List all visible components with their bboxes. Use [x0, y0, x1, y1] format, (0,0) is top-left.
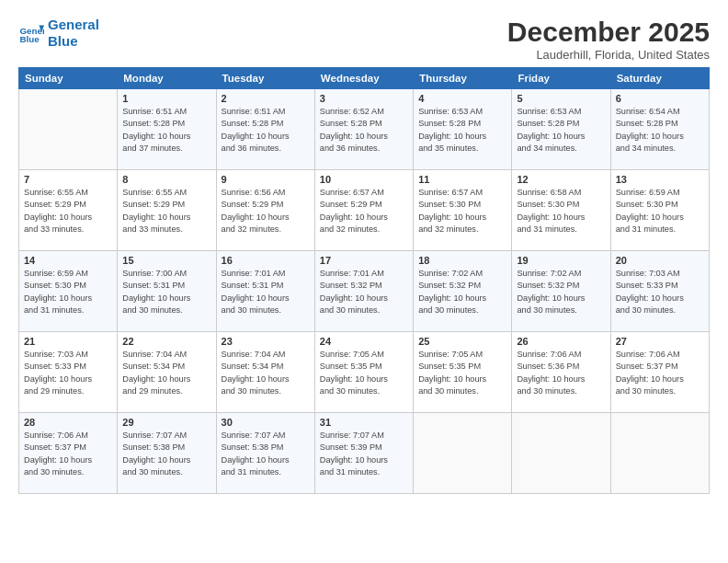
day-number: 17 — [320, 255, 408, 266]
week-row-3: 14Sunrise: 6:59 AM Sunset: 5:30 PM Dayli… — [19, 251, 710, 332]
day-number: 28 — [24, 417, 112, 428]
weekday-header-wednesday: Wednesday — [314, 68, 413, 89]
day-number: 10 — [320, 174, 408, 185]
day-cell: 26Sunrise: 7:06 AM Sunset: 5:36 PM Dayli… — [512, 332, 610, 413]
calendar-page: General Blue General Blue December 2025 … — [0, 0, 728, 563]
day-number: 3 — [320, 93, 408, 104]
day-cell: 17Sunrise: 7:01 AM Sunset: 5:32 PM Dayli… — [314, 251, 413, 332]
day-cell: 8Sunrise: 6:55 AM Sunset: 5:29 PM Daylig… — [118, 170, 216, 251]
day-cell: 3Sunrise: 6:52 AM Sunset: 5:28 PM Daylig… — [314, 89, 413, 170]
day-cell: 18Sunrise: 7:02 AM Sunset: 5:32 PM Dayli… — [414, 251, 512, 332]
day-info: Sunrise: 6:55 AM Sunset: 5:29 PM Dayligh… — [122, 187, 210, 236]
header: General Blue General Blue December 2025 … — [18, 17, 710, 62]
day-number: 26 — [517, 336, 605, 347]
day-cell: 7Sunrise: 6:55 AM Sunset: 5:29 PM Daylig… — [19, 170, 118, 251]
day-number: 20 — [616, 255, 704, 266]
week-row-5: 28Sunrise: 7:06 AM Sunset: 5:37 PM Dayli… — [19, 413, 710, 494]
day-cell: 13Sunrise: 6:59 AM Sunset: 5:30 PM Dayli… — [610, 170, 709, 251]
day-number: 31 — [320, 417, 408, 428]
day-cell: 22Sunrise: 7:04 AM Sunset: 5:34 PM Dayli… — [118, 332, 216, 413]
day-number: 11 — [418, 174, 506, 185]
day-number: 15 — [122, 255, 210, 266]
day-cell — [19, 89, 118, 170]
day-number: 4 — [418, 93, 506, 104]
day-cell: 28Sunrise: 7:06 AM Sunset: 5:37 PM Dayli… — [19, 413, 118, 494]
day-number: 12 — [517, 174, 605, 185]
day-number: 9 — [222, 174, 310, 185]
logo-text: General Blue — [48, 17, 99, 50]
day-number: 18 — [418, 255, 506, 266]
day-cell: 6Sunrise: 6:54 AM Sunset: 5:28 PM Daylig… — [610, 89, 709, 170]
day-number: 1 — [122, 93, 210, 104]
weekday-header-sunday: Sunday — [19, 68, 118, 89]
day-info: Sunrise: 7:06 AM Sunset: 5:36 PM Dayligh… — [517, 349, 605, 397]
day-number: 25 — [418, 336, 506, 347]
day-info: Sunrise: 6:59 AM Sunset: 5:30 PM Dayligh… — [24, 268, 112, 316]
day-number: 29 — [122, 417, 210, 428]
day-cell: 15Sunrise: 7:00 AM Sunset: 5:31 PM Dayli… — [118, 251, 216, 332]
day-number: 19 — [517, 255, 605, 266]
calendar-header: SundayMondayTuesdayWednesdayThursdayFrid… — [19, 68, 710, 89]
weekday-header-tuesday: Tuesday — [216, 68, 314, 89]
day-info: Sunrise: 6:59 AM Sunset: 5:30 PM Dayligh… — [616, 187, 704, 236]
day-cell: 4Sunrise: 6:53 AM Sunset: 5:28 PM Daylig… — [414, 89, 512, 170]
weekday-header-saturday: Saturday — [610, 68, 709, 89]
day-info: Sunrise: 7:06 AM Sunset: 5:37 PM Dayligh… — [24, 430, 112, 478]
day-info: Sunrise: 6:57 AM Sunset: 5:29 PM Dayligh… — [320, 187, 408, 236]
day-number: 16 — [222, 255, 310, 266]
day-cell: 27Sunrise: 7:06 AM Sunset: 5:37 PM Dayli… — [610, 332, 709, 413]
location: Lauderhill, Florida, United States — [507, 48, 710, 62]
day-cell: 29Sunrise: 7:07 AM Sunset: 5:38 PM Dayli… — [118, 413, 216, 494]
day-number: 5 — [517, 93, 605, 104]
weekday-header-friday: Friday — [512, 68, 610, 89]
day-number: 14 — [24, 255, 112, 266]
logo-icon: General Blue — [18, 20, 44, 46]
day-info: Sunrise: 7:06 AM Sunset: 5:37 PM Dayligh… — [616, 349, 704, 397]
day-cell: 11Sunrise: 6:57 AM Sunset: 5:30 PM Dayli… — [414, 170, 512, 251]
day-info: Sunrise: 7:05 AM Sunset: 5:35 PM Dayligh… — [418, 349, 506, 397]
day-cell: 9Sunrise: 6:56 AM Sunset: 5:29 PM Daylig… — [216, 170, 314, 251]
day-info: Sunrise: 7:07 AM Sunset: 5:38 PM Dayligh… — [122, 430, 210, 478]
title-block: December 2025 Lauderhill, Florida, Unite… — [507, 17, 710, 62]
day-info: Sunrise: 6:53 AM Sunset: 5:28 PM Dayligh… — [418, 106, 506, 155]
day-cell: 30Sunrise: 7:07 AM Sunset: 5:38 PM Dayli… — [216, 413, 314, 494]
day-info: Sunrise: 6:51 AM Sunset: 5:28 PM Dayligh… — [122, 106, 210, 155]
day-cell: 31Sunrise: 7:07 AM Sunset: 5:39 PM Dayli… — [314, 413, 413, 494]
day-cell: 14Sunrise: 6:59 AM Sunset: 5:30 PM Dayli… — [19, 251, 118, 332]
day-info: Sunrise: 7:04 AM Sunset: 5:34 PM Dayligh… — [122, 349, 210, 397]
day-number: 21 — [24, 336, 112, 347]
day-info: Sunrise: 7:02 AM Sunset: 5:32 PM Dayligh… — [418, 268, 506, 316]
calendar-body: 1Sunrise: 6:51 AM Sunset: 5:28 PM Daylig… — [19, 89, 710, 494]
day-info: Sunrise: 6:57 AM Sunset: 5:30 PM Dayligh… — [418, 187, 506, 236]
weekday-header-row: SundayMondayTuesdayWednesdayThursdayFrid… — [19, 68, 710, 89]
day-number: 8 — [122, 174, 210, 185]
weekday-header-thursday: Thursday — [414, 68, 512, 89]
day-cell — [512, 413, 610, 494]
month-title: December 2025 — [507, 17, 710, 48]
day-info: Sunrise: 7:03 AM Sunset: 5:33 PM Dayligh… — [616, 268, 704, 316]
day-number: 13 — [616, 174, 704, 185]
day-info: Sunrise: 7:01 AM Sunset: 5:32 PM Dayligh… — [320, 268, 408, 316]
day-cell: 20Sunrise: 7:03 AM Sunset: 5:33 PM Dayli… — [610, 251, 709, 332]
day-info: Sunrise: 6:58 AM Sunset: 5:30 PM Dayligh… — [517, 187, 605, 236]
day-info: Sunrise: 7:07 AM Sunset: 5:38 PM Dayligh… — [222, 430, 310, 478]
day-cell: 1Sunrise: 6:51 AM Sunset: 5:28 PM Daylig… — [118, 89, 216, 170]
week-row-2: 7Sunrise: 6:55 AM Sunset: 5:29 PM Daylig… — [19, 170, 710, 251]
day-cell: 23Sunrise: 7:04 AM Sunset: 5:34 PM Dayli… — [216, 332, 314, 413]
day-number: 24 — [320, 336, 408, 347]
day-info: Sunrise: 7:05 AM Sunset: 5:35 PM Dayligh… — [320, 349, 408, 397]
day-info: Sunrise: 7:02 AM Sunset: 5:32 PM Dayligh… — [517, 268, 605, 316]
day-cell: 2Sunrise: 6:51 AM Sunset: 5:28 PM Daylig… — [216, 89, 314, 170]
logo: General Blue General Blue — [18, 17, 99, 50]
day-number: 23 — [222, 336, 310, 347]
day-info: Sunrise: 7:07 AM Sunset: 5:39 PM Dayligh… — [320, 430, 408, 478]
day-info: Sunrise: 6:52 AM Sunset: 5:28 PM Dayligh… — [320, 106, 408, 155]
day-info: Sunrise: 7:04 AM Sunset: 5:34 PM Dayligh… — [222, 349, 310, 397]
day-number: 27 — [616, 336, 704, 347]
day-number: 30 — [222, 417, 310, 428]
week-row-1: 1Sunrise: 6:51 AM Sunset: 5:28 PM Daylig… — [19, 89, 710, 170]
day-cell: 16Sunrise: 7:01 AM Sunset: 5:31 PM Dayli… — [216, 251, 314, 332]
day-cell — [610, 413, 709, 494]
day-cell: 10Sunrise: 6:57 AM Sunset: 5:29 PM Dayli… — [314, 170, 413, 251]
day-cell: 24Sunrise: 7:05 AM Sunset: 5:35 PM Dayli… — [314, 332, 413, 413]
